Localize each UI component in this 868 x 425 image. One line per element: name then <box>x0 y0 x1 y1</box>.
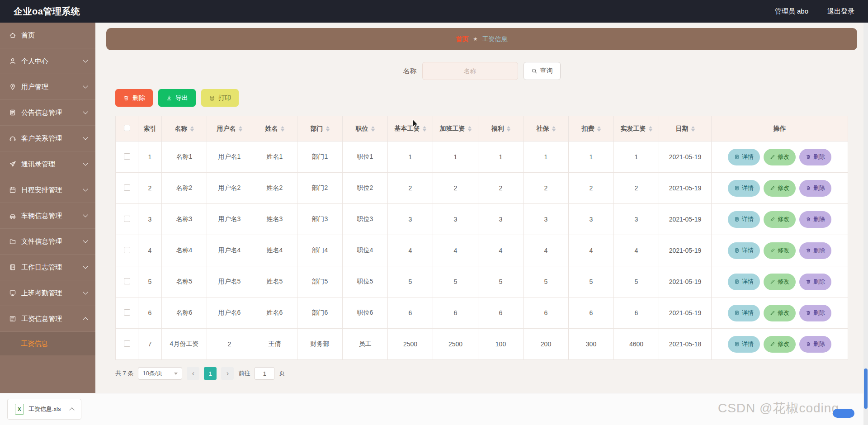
page-scrollbar[interactable] <box>863 23 868 425</box>
goto-page-input[interactable] <box>255 367 274 380</box>
detail-button[interactable]: 详情 <box>728 242 760 259</box>
delete-button[interactable]: 删除 <box>115 89 153 107</box>
salary-table: 索引名称用户名姓名部门职位基本工资加班工资福利社保扣费实发工资日期操作 1名称1… <box>115 116 848 360</box>
print-button[interactable]: 打印 <box>201 89 239 107</box>
page-number-1[interactable]: 1 <box>204 367 217 380</box>
table-row: 4名称4用户名4姓名4部门4职位44444442021-05-19详情修改删除 <box>116 235 848 266</box>
edit-button[interactable]: 修改 <box>764 149 796 165</box>
vehicle-icon <box>9 212 16 219</box>
export-button[interactable]: 导出 <box>158 89 196 107</box>
column-header-deduction[interactable]: 扣费 <box>569 116 614 142</box>
cell-actions: 详情修改删除 <box>712 235 848 266</box>
sidebar-subitem-salary-info[interactable]: 工资信息 <box>0 332 95 355</box>
column-header-name[interactable]: 名称 <box>162 116 207 142</box>
sort-icon[interactable] <box>371 126 375 132</box>
column-header-department[interactable]: 部门 <box>297 116 343 142</box>
row-delete-button[interactable]: 删除 <box>799 180 831 197</box>
sort-icon[interactable] <box>597 126 601 132</box>
edit-button[interactable]: 修改 <box>764 274 796 290</box>
column-header-date[interactable]: 日期 <box>659 116 712 142</box>
row-delete-button[interactable]: 删除 <box>799 274 831 290</box>
sidebar-item-contacts-management[interactable]: 通讯录管理 <box>0 151 95 177</box>
cell-actions: 详情修改删除 <box>712 298 848 329</box>
edit-button[interactable]: 修改 <box>764 242 796 259</box>
sidebar-item-file-management[interactable]: 文件信息管理 <box>0 229 95 255</box>
detail-button[interactable]: 详情 <box>728 149 760 165</box>
edit-button[interactable]: 修改 <box>764 305 796 321</box>
column-header-actual-pay[interactable]: 实发工资 <box>614 116 659 142</box>
column-header-base-salary[interactable]: 基本工资 <box>388 116 433 142</box>
cell-base-salary: 1 <box>388 142 433 173</box>
sort-icon[interactable] <box>507 126 510 132</box>
sidebar-item-salary-management[interactable]: 工资信息管理 <box>0 306 95 332</box>
column-header-index: 索引 <box>138 116 162 142</box>
row-delete-button[interactable]: 删除 <box>799 305 831 321</box>
sidebar-item-vehicle-management[interactable]: 车辆信息管理 <box>0 203 95 229</box>
pencil-icon <box>770 217 775 222</box>
logout-link[interactable]: 退出登录 <box>827 7 854 16</box>
row-checkbox[interactable] <box>124 309 130 316</box>
row-checkbox[interactable] <box>124 340 130 347</box>
edit-button[interactable]: 修改 <box>764 336 796 353</box>
sidebar-item-schedule-management[interactable]: 日程安排管理 <box>0 177 95 203</box>
select-all-checkbox[interactable] <box>124 125 130 131</box>
scrollbar-thumb[interactable] <box>864 368 868 409</box>
next-page-button[interactable]: › <box>221 367 234 380</box>
row-delete-button[interactable]: 删除 <box>799 211 831 228</box>
row-delete-button[interactable]: 删除 <box>799 149 831 165</box>
sidebar-item-customer-relation-management[interactable]: 客户关系管理 <box>0 126 95 151</box>
sort-icon[interactable] <box>190 126 194 132</box>
excel-file-icon: X <box>15 404 24 415</box>
row-checkbox[interactable] <box>124 216 130 222</box>
download-icon <box>166 95 172 101</box>
row-delete-button[interactable]: 删除 <box>799 336 831 353</box>
column-header-overtime-pay[interactable]: 加班工资 <box>433 116 478 142</box>
table-row: 74月份工资2王倩财务部员工2500250010020030046002021-… <box>116 329 848 360</box>
downloaded-file-chip[interactable]: X 工资信息.xls <box>7 399 81 420</box>
detail-button[interactable]: 详情 <box>728 211 760 228</box>
downloads-bar: X 工资信息.xls CSDN @花椒coding <box>0 393 868 425</box>
column-header-social-security[interactable]: 社保 <box>524 116 569 142</box>
sort-icon[interactable] <box>326 126 330 132</box>
sort-icon[interactable] <box>468 126 472 132</box>
sort-icon[interactable] <box>552 126 556 132</box>
chevron-up-icon <box>83 317 88 322</box>
breadcrumb-home[interactable]: 首页 <box>456 35 469 43</box>
page-size-select[interactable]: 10条/页 <box>138 367 182 380</box>
sort-icon[interactable] <box>649 126 652 132</box>
column-header-welfare[interactable]: 福利 <box>478 116 524 142</box>
prev-page-icon: ‹ <box>192 369 194 378</box>
sidebar-item-home[interactable]: 首页 <box>0 23 95 48</box>
detail-button[interactable]: 详情 <box>728 305 760 321</box>
edit-button[interactable]: 修改 <box>764 211 796 228</box>
sort-icon[interactable] <box>691 126 695 132</box>
sidebar-item-announcement-management[interactable]: 公告信息管理 <box>0 100 95 126</box>
sidebar-item-worklog-management[interactable]: 工作日志管理 <box>0 255 95 280</box>
sort-icon[interactable] <box>239 126 242 132</box>
sidebar-item-user-management[interactable]: 用户管理 <box>0 74 95 100</box>
csdn-watermark: CSDN @花椒coding <box>718 400 839 417</box>
sort-icon[interactable] <box>423 126 426 132</box>
column-header-position[interactable]: 职位 <box>343 116 388 142</box>
row-delete-button[interactable]: 删除 <box>799 242 831 259</box>
row-checkbox[interactable] <box>124 247 130 253</box>
cell-overtime-pay: 2500 <box>433 329 478 360</box>
detail-button[interactable]: 详情 <box>728 274 760 290</box>
prev-page-button[interactable]: ‹ <box>187 367 199 380</box>
search-button[interactable]: 查询 <box>524 62 561 80</box>
detail-button[interactable]: 详情 <box>728 336 760 353</box>
column-header-realname[interactable]: 姓名 <box>252 116 297 142</box>
detail-button[interactable]: 详情 <box>728 180 760 197</box>
sort-icon[interactable] <box>281 126 284 132</box>
content-body: 删除 导出 打印 索 <box>115 89 848 380</box>
column-header-username[interactable]: 用户名 <box>207 116 252 142</box>
search-input[interactable] <box>422 62 518 80</box>
row-checkbox[interactable] <box>124 278 130 284</box>
sidebar-item-personal-center[interactable]: 个人中心 <box>0 48 95 74</box>
chevron-up-icon[interactable] <box>69 407 74 412</box>
edit-button[interactable]: 修改 <box>764 180 796 197</box>
cell-realname: 姓名3 <box>252 204 297 235</box>
sidebar-item-attendance-management[interactable]: 上班考勤管理 <box>0 280 95 306</box>
row-checkbox[interactable] <box>124 184 130 191</box>
row-checkbox[interactable] <box>124 153 130 160</box>
